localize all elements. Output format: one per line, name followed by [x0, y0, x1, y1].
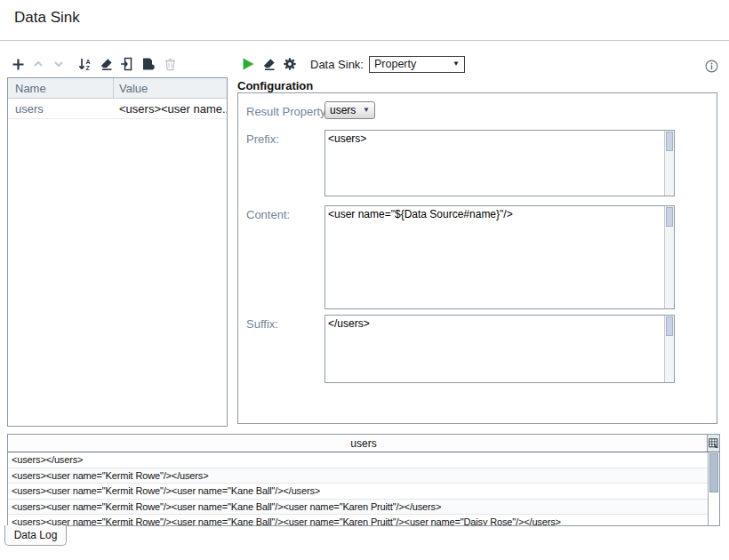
gear-icon — [283, 57, 297, 71]
scrollbar-thumb[interactable] — [666, 207, 673, 227]
move-down-button — [50, 55, 68, 73]
log-row[interactable]: <users></users> — [8, 452, 708, 468]
load-properties-button[interactable] — [118, 55, 136, 73]
data-sink-selected-value: Property — [374, 58, 416, 70]
content-scrollbar[interactable] — [664, 206, 674, 308]
settings-button[interactable] — [281, 55, 299, 73]
chevron-down-icon — [52, 58, 65, 70]
column-header-value: Value — [114, 78, 227, 98]
play-icon — [241, 57, 255, 71]
help-button[interactable] — [702, 57, 720, 75]
add-property-button[interactable] — [9, 55, 27, 73]
trash-icon — [164, 57, 177, 71]
page-title: Data Sink — [14, 9, 80, 27]
move-up-button — [29, 55, 47, 73]
prefix-scrollbar[interactable] — [664, 131, 674, 196]
result-property-selected-value: users — [330, 104, 356, 116]
save-properties-button[interactable] — [139, 55, 156, 73]
plus-icon — [12, 58, 25, 71]
log-rows: <users></users> <users><user name="Kermi… — [8, 452, 708, 525]
properties-toolbar: A Z — [9, 55, 179, 73]
log-column-header: users — [8, 435, 719, 452]
log-row[interactable]: <users><user name="Kermit Rowe"/></users… — [8, 468, 708, 484]
scrollbar-thumb[interactable] — [666, 132, 673, 151]
log-row[interactable]: <users><user name="Kermit Rowe"/><user n… — [8, 515, 708, 525]
tab-data-log-label: Data Log — [14, 529, 58, 541]
table-options-button[interactable] — [707, 435, 719, 452]
property-value-cell[interactable]: <users><user name... — [114, 99, 227, 118]
delete-property-button — [161, 55, 179, 73]
clear-log-button[interactable] — [260, 55, 278, 73]
info-icon — [705, 60, 718, 73]
suffix-field-wrap: </users> — [324, 315, 675, 383]
prefix-field-wrap: <users> — [324, 130, 675, 196]
scrollbar-thumb[interactable] — [666, 316, 673, 336]
result-property-label: Result Property: — [246, 105, 329, 118]
suffix-label: Suffix: — [246, 317, 278, 331]
content-label: Content: — [246, 208, 290, 221]
log-row[interactable]: <users><user name="Kermit Rowe"/><user n… — [8, 500, 708, 516]
table-row[interactable]: users <users><user name... — [8, 99, 227, 119]
chevron-up-icon — [32, 58, 44, 70]
data-log-table: users <users></users> <users><user name=… — [7, 434, 720, 526]
sort-az-icon: A Z — [77, 57, 92, 71]
chevron-down-icon: ▼ — [453, 60, 460, 68]
property-name-cell[interactable]: users — [8, 99, 114, 118]
content-input[interactable]: <user name="${Data Source#name}"/> — [325, 206, 665, 308]
chevron-down-icon: ▼ — [363, 107, 370, 114]
run-button[interactable] — [239, 55, 257, 73]
log-column-header-label: users — [350, 437, 376, 450]
configuration-title: Configuration — [237, 79, 313, 92]
properties-table-header: Name Value — [8, 78, 227, 99]
table-grid-icon — [709, 438, 718, 448]
content-field-wrap: <user name="${Data Source#name}"/> — [324, 205, 675, 309]
svg-text:A: A — [85, 59, 90, 65]
eraser-icon — [262, 57, 276, 71]
eraser-icon — [100, 57, 114, 71]
tab-data-log[interactable]: Data Log — [4, 525, 67, 546]
datasink-toolbar: Data Sink: Property ▼ — [239, 55, 465, 73]
log-vertical-scrollbar[interactable] — [708, 452, 719, 525]
clear-values-button[interactable] — [98, 55, 116, 73]
sort-properties-button[interactable]: A Z — [76, 55, 93, 73]
log-row[interactable]: <users><user name="Kermit Rowe"/><user n… — [8, 484, 708, 500]
properties-table: Name Value users <users><user name... — [7, 77, 228, 427]
suffix-input[interactable]: </users> — [325, 316, 665, 382]
suffix-scrollbar[interactable] — [664, 316, 674, 382]
column-header-name: Name — [8, 78, 114, 98]
result-property-dropdown[interactable]: users ▼ — [324, 101, 375, 119]
data-sink-label: Data Sink: — [310, 58, 364, 71]
import-file-icon — [120, 57, 134, 71]
export-file-icon — [140, 57, 156, 71]
title-divider — [0, 40, 729, 41]
data-sink-window: Data Sink A Z — [0, 0, 729, 560]
svg-text:Z: Z — [85, 65, 90, 71]
prefix-input[interactable]: <users> — [325, 131, 665, 196]
configuration-panel: Result Property: users ▼ Prefix: <users>… — [237, 92, 717, 424]
scrollbar-thumb[interactable] — [709, 453, 718, 492]
data-sink-dropdown[interactable]: Property ▼ — [369, 56, 465, 73]
prefix-label: Prefix: — [246, 132, 279, 146]
